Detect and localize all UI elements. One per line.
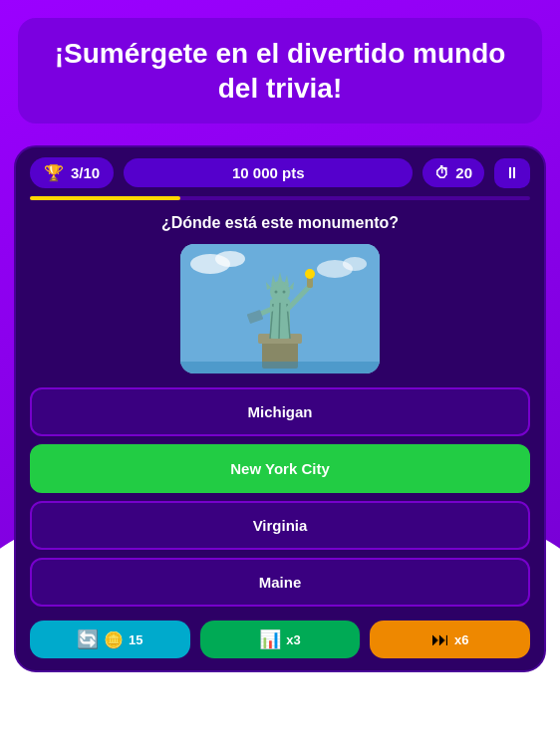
- powerup-swap[interactable]: 🔄 🪙 15: [30, 621, 190, 658]
- statue-svg: [180, 244, 380, 374]
- svg-point-21: [305, 269, 315, 279]
- coin-icon: 🪙: [104, 630, 124, 649]
- swap-count: 15: [129, 632, 142, 647]
- score-text: 3/10: [71, 164, 100, 181]
- header-text: ¡Sumérgete en el divertido mundo del tri…: [42, 36, 518, 106]
- points-badge: 10 000 pts: [124, 158, 413, 187]
- timer-value: 20: [455, 164, 472, 181]
- svg-point-4: [343, 257, 367, 271]
- question-text: ¿Dónde está este monumento?: [30, 214, 530, 232]
- swap-icon: 🔄: [77, 628, 99, 650]
- top-bar: 🏆 3/10 10 000 pts ⏱ 20 ⏸: [16, 147, 544, 196]
- progress-bar-container: [30, 196, 530, 200]
- arrow-icon: ⏭: [431, 629, 449, 650]
- bar-icon: 📊: [259, 628, 281, 650]
- pause-button[interactable]: ⏸: [494, 158, 530, 188]
- audience-count: x3: [286, 632, 300, 647]
- game-card: 🏆 3/10 10 000 pts ⏱ 20 ⏸ ¿Dónde está est…: [14, 145, 546, 672]
- answer-maine[interactable]: Maine: [30, 558, 530, 607]
- trophy-icon: 🏆: [44, 163, 64, 182]
- answer-virginia[interactable]: Virginia: [30, 501, 530, 550]
- monument-image: [180, 244, 380, 374]
- svg-point-17: [275, 291, 278, 294]
- svg-line-9: [279, 302, 280, 339]
- answers-container: Michigan New York City Virginia Maine: [30, 387, 530, 607]
- progress-bar-fill: [30, 196, 180, 200]
- timer-icon: ⏱: [434, 164, 449, 181]
- svg-point-18: [283, 291, 286, 294]
- answer-nyc[interactable]: New York City: [30, 444, 530, 493]
- powerup-skip[interactable]: ⏭ x6: [370, 621, 530, 658]
- timer-badge: ⏱ 20: [422, 158, 484, 187]
- powerups-bar: 🔄 🪙 15 📊 x3 ⏭ x6: [30, 621, 530, 658]
- skip-count: x6: [454, 632, 468, 647]
- answer-michigan[interactable]: Michigan: [30, 387, 530, 436]
- svg-rect-24: [180, 362, 380, 374]
- powerup-audience[interactable]: 📊 x3: [200, 621, 361, 658]
- header-banner: ¡Sumérgete en el divertido mundo del tri…: [18, 18, 542, 124]
- svg-point-2: [215, 251, 245, 267]
- score-badge: 🏆 3/10: [30, 157, 114, 188]
